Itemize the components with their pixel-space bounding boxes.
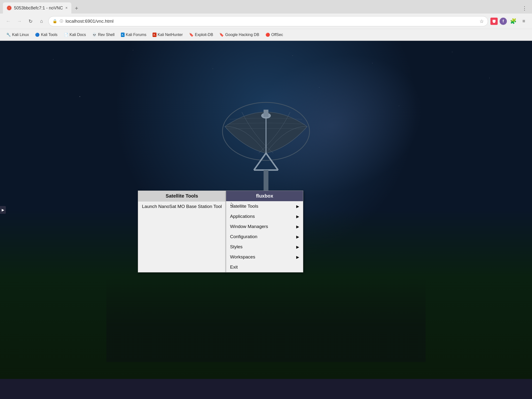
tab-overflow-button[interactable]: ⋮: [520, 3, 529, 14]
bookmark-google-hacking-db-label: Google Hacking DB: [225, 33, 259, 37]
fluxbox-styles-item[interactable]: Styles ▶: [226, 242, 303, 252]
svg-line-6: [254, 153, 266, 170]
fluxbox-menu-title: fluxbox: [226, 191, 303, 201]
fluxbox-styles-label: Styles: [230, 244, 243, 249]
bookmark-kali-tools[interactable]: 🔵 Kali Tools: [33, 32, 60, 38]
navigation-bar: ← → ↻ ⌂ 🔒 ⓘ localhost:6901/vnc.html ☆ f …: [0, 14, 532, 29]
satellite-menu-title: Satellite Tools: [138, 191, 226, 201]
bookmark-offsec[interactable]: 🔴 OffSec: [263, 32, 286, 38]
pocket-icon[interactable]: [490, 18, 498, 25]
submenu-arrow-window-managers: ▶: [296, 224, 299, 229]
exploit-db-icon: 🔖: [189, 33, 194, 37]
bookmark-kali-linux[interactable]: 🔧 Kali Linux: [4, 32, 31, 38]
bookmark-kali-nethunter-label: Kali NetHunter: [158, 33, 183, 37]
bookmarks-bar: 🔧 Kali Linux 🔵 Kali Tools 📄 Kali Docs 💀 …: [0, 29, 532, 41]
bookmark-kali-docs[interactable]: 📄 Kali Docs: [61, 32, 89, 38]
refresh-button[interactable]: ↻: [26, 17, 35, 26]
context-menu-group: Satellite Tools Launch NanoSat MO Base S…: [138, 191, 303, 272]
bookmark-kali-tools-label: Kali Tools: [41, 33, 57, 37]
tab-favicon: [7, 6, 12, 10]
submenu-arrow-styles: ▶: [296, 245, 299, 249]
side-panel[interactable]: ▶: [0, 206, 6, 214]
bookmark-kali-forums[interactable]: K Kali Forums: [118, 32, 149, 38]
svg-line-7: [266, 153, 278, 170]
kali-linux-icon: 🔧: [6, 33, 11, 37]
bookmark-google-hacking-db[interactable]: 🔖 Google Hacking DB: [217, 32, 262, 38]
bookmark-kali-forums-label: Kali Forums: [126, 33, 146, 37]
bookmark-exploit-db[interactable]: 🔖 Exploit-DB: [187, 32, 216, 38]
kali-forums-icon: K: [121, 33, 125, 37]
bookmark-star-icon[interactable]: ☆: [480, 18, 484, 24]
bookmark-kali-docs-label: Kali Docs: [70, 33, 86, 37]
nav-right-icons: f 🧩 ≡: [490, 17, 528, 26]
fluxbox-window-managers-item[interactable]: Window Managers ▶: [226, 221, 303, 232]
bookmark-offsec-label: OffSec: [271, 33, 283, 37]
back-button[interactable]: ←: [4, 17, 13, 26]
rev-shell-icon: 💀: [92, 33, 97, 37]
svg-rect-5: [264, 110, 268, 117]
new-tab-button[interactable]: +: [71, 3, 81, 14]
fluxbox-applications-label: Applications: [230, 214, 255, 219]
bookmark-kali-linux-label: Kali Linux: [12, 33, 29, 37]
info-icon: ⓘ: [60, 19, 63, 23]
kali-tools-icon: 🔵: [35, 33, 40, 37]
extensions-button[interactable]: 🧩: [509, 17, 517, 26]
vnc-viewport[interactable]: ▶ Satellite Tools Launch NanoSat MO Base…: [0, 41, 532, 379]
svg-point-1: [8, 7, 10, 9]
bookmark-rev-shell-label: Rev Shell: [98, 33, 114, 37]
fluxbox-configuration-label: Configuration: [230, 234, 257, 239]
offsec-icon: 🔴: [266, 33, 270, 37]
submenu-arrow-configuration: ▶: [296, 235, 299, 239]
kali-nethunter-icon: K: [153, 33, 156, 37]
launch-nanosat-item[interactable]: Launch NanoSat MO Base Station Tool: [138, 201, 226, 212]
submenu-arrow-applications: ▶: [296, 214, 299, 219]
submenu-arrow-workspaces: ▶: [296, 255, 299, 259]
side-panel-arrow-icon: ▶: [2, 208, 4, 212]
fluxbox-applications-item[interactable]: Applications ▶: [226, 211, 303, 221]
base-structures: [106, 278, 426, 362]
bookmark-rev-shell[interactable]: 💀 Rev Shell: [90, 32, 117, 38]
fluxbox-configuration-item[interactable]: Configuration ▶: [226, 232, 303, 242]
menu-button[interactable]: ≡: [519, 17, 528, 26]
fluxbox-satellite-tools-label: Satellite Tools: [230, 204, 258, 209]
tab-close-button[interactable]: ×: [65, 6, 67, 10]
firefox-account-icon[interactable]: f: [500, 18, 507, 25]
satellite-tools-menu[interactable]: Satellite Tools Launch NanoSat MO Base S…: [138, 191, 226, 272]
forward-button[interactable]: →: [15, 17, 24, 26]
bookmark-kali-nethunter[interactable]: K Kali NetHunter: [150, 32, 185, 38]
browser-chrome: 5053bbc8efc7:1 - noVNC × + ⋮ ← → ↻ ⌂ 🔒 ⓘ…: [0, 0, 532, 41]
submenu-arrow-satellite: ▶: [296, 204, 299, 209]
fluxbox-satellite-tools-item[interactable]: Satellite Tools ▶: [226, 201, 303, 211]
fluxbox-window-managers-label: Window Managers: [230, 224, 268, 229]
tab-title: 5053bbc8efc7:1 - noVNC: [14, 6, 63, 11]
kali-docs-icon: 📄: [64, 33, 68, 37]
security-icon: 🔒: [52, 19, 57, 23]
fluxbox-exit-item[interactable]: Exit: [226, 262, 303, 272]
fluxbox-exit-label: Exit: [230, 264, 238, 270]
home-button[interactable]: ⌂: [37, 17, 46, 26]
google-hacking-db-icon: 🔖: [219, 33, 224, 37]
fluxbox-menu[interactable]: fluxbox Satellite Tools ▶ Applications ▶…: [226, 191, 303, 272]
active-tab[interactable]: 5053bbc8efc7:1 - noVNC ×: [3, 2, 71, 14]
bookmark-exploit-db-label: Exploit-DB: [195, 33, 213, 37]
fluxbox-workspaces-item[interactable]: Workspaces ▶: [226, 252, 303, 262]
launch-nanosat-label: Launch NanoSat MO Base Station Tool: [142, 204, 222, 209]
url-text: localhost:6901/vnc.html: [66, 19, 477, 24]
tab-bar: 5053bbc8efc7:1 - noVNC × + ⋮: [0, 0, 532, 14]
fluxbox-workspaces-label: Workspaces: [230, 254, 255, 260]
address-bar[interactable]: 🔒 ⓘ localhost:6901/vnc.html ☆: [48, 16, 488, 26]
